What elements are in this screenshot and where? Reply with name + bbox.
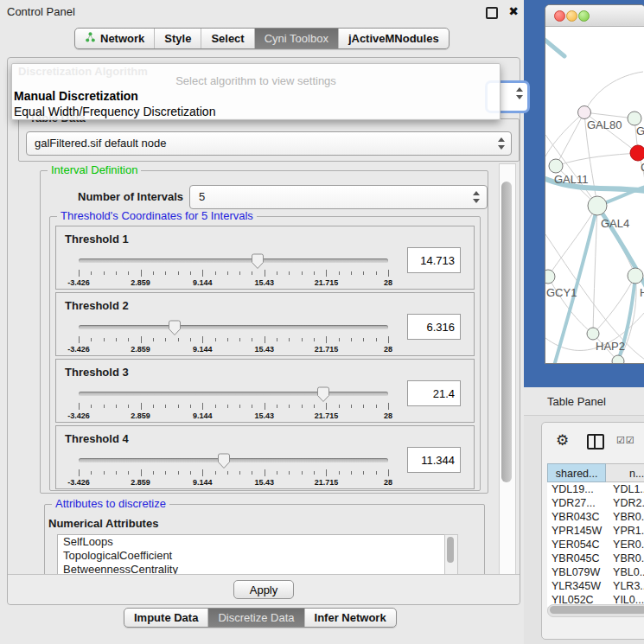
- table-row[interactable]: YER054CYER0...: [547, 538, 644, 552]
- slider-track[interactable]: [79, 258, 388, 263]
- mac-minimize-button[interactable]: [566, 10, 577, 22]
- network-node[interactable]: [612, 355, 624, 363]
- threshold-value-field[interactable]: [407, 447, 461, 473]
- slider-tick-labels: -3.4262.8599.14415.4321.71528: [79, 345, 388, 355]
- network-view-window[interactable]: GAL80GACGAL11GAL4GCY1HHAP2: [545, 4, 644, 364]
- interval-definition-title: Interval Definition: [48, 163, 141, 176]
- attribute-item-betweennesscentrality[interactable]: BetweennessCentrality: [58, 563, 445, 575]
- slider-track[interactable]: [79, 392, 388, 396]
- attribute-item-topologicalcoefficient[interactable]: TopologicalCoefficient: [58, 549, 445, 563]
- table-data-combobox[interactable]: galFiltered.sif default node: [26, 131, 512, 156]
- slider-thumb[interactable]: [168, 320, 182, 336]
- slider-thumb[interactable]: [251, 253, 265, 270]
- table-row[interactable]: YBR043CYBR0...: [547, 510, 644, 524]
- slider-thumb[interactable]: [217, 453, 231, 469]
- tab-style[interactable]: Style: [155, 29, 201, 48]
- slider-track[interactable]: [79, 458, 388, 462]
- network-node-gal11[interactable]: [549, 159, 563, 173]
- node-label: GA: [636, 124, 644, 137]
- mac-close-button[interactable]: [554, 10, 565, 22]
- tick-label: 9.144: [193, 345, 213, 354]
- select-checkboxes-icon[interactable]: ☑☑: [616, 435, 635, 446]
- scrollbar-thumb[interactable]: [501, 182, 512, 482]
- mac-zoom-button[interactable]: [578, 10, 590, 22]
- table-row[interactable]: YBL079WYBL0...: [547, 565, 644, 579]
- tab-cyni-toolbox[interactable]: Cyni Toolbox: [255, 29, 339, 48]
- table-cell: YDL1...: [606, 482, 644, 496]
- gear-icon[interactable]: ⚙: [556, 431, 569, 449]
- network-node-gal4[interactable]: [588, 196, 607, 215]
- threshold-slider[interactable]: -3.4262.8599.14415.4321.71528: [79, 319, 388, 354]
- attributes-list-scrollbar[interactable]: [444, 534, 458, 575]
- apply-button[interactable]: Apply: [233, 580, 294, 599]
- table-row[interactable]: YPR145WYPR1...: [547, 524, 644, 538]
- threshold-value-field[interactable]: [407, 247, 461, 273]
- tab-select[interactable]: Select: [201, 29, 254, 48]
- tab-jactivemnodules[interactable]: jActiveMNodules: [339, 29, 449, 48]
- network-edge[interactable]: [545, 112, 584, 156]
- network-node-h[interactable]: [628, 268, 643, 284]
- network-edge-highlighted[interactable]: [545, 39, 564, 56]
- tab-discretize-data[interactable]: Discretize Data: [208, 609, 304, 627]
- network-canvas[interactable]: GAL80GACGAL11GAL4GCY1HHAP2: [545, 27, 644, 363]
- threshold-slider[interactable]: -3.4262.8599.14415.4321.71528: [79, 386, 388, 420]
- column-header-1[interactable]: shared...: [547, 463, 606, 482]
- table-data-value: galFiltered.sif default node: [35, 137, 166, 150]
- tab-impute-data[interactable]: Impute Data: [124, 609, 208, 627]
- threshold-slider[interactable]: -3.4262.8599.14415.4321.71528: [79, 252, 388, 287]
- threshold-panel: Threshold 1 -3.4262.8599.14415.4321.7152…: [55, 226, 475, 290]
- threshold-panel: Threshold 3 -3.4262.8599.14415.4321.7152…: [55, 359, 475, 423]
- network-edge[interactable]: [584, 72, 643, 112]
- network-edge[interactable]: [556, 112, 584, 166]
- network-node-gcy1[interactable]: [545, 270, 555, 284]
- table-row[interactable]: YBR045CYBR0...: [547, 552, 644, 565]
- network-edge[interactable]: [584, 112, 634, 118]
- algorithm-dropdown-popup: Select algorithm to view settings Manual…: [11, 63, 501, 120]
- settings-scroll-area: Interval Definition Number of Intervals …: [13, 163, 516, 575]
- tab-label: Discretize Data: [218, 611, 294, 624]
- table-row[interactable]: YDR27...YDR2...: [547, 496, 644, 510]
- tab-label: Select: [211, 32, 244, 45]
- attribute-item-selfloops[interactable]: SelfLoops: [58, 535, 445, 549]
- number-of-intervals-spinner[interactable]: 5: [189, 185, 488, 209]
- tick-label: 9.144: [193, 411, 213, 420]
- table-panel: Table Panel ⚙ ☑☑ shared...n... YDL19...Y…: [524, 387, 644, 644]
- settings-vertical-scrollbar[interactable]: [499, 163, 516, 575]
- cyni-toolbox-content: Discretization Algorithm Select algorith…: [7, 57, 520, 605]
- float-panel-icon[interactable]: [486, 7, 498, 19]
- tab-network[interactable]: Network: [75, 29, 155, 48]
- tab-infer-network[interactable]: Infer Network: [305, 609, 396, 627]
- table-horizontal-scrollbar[interactable]: [547, 604, 644, 617]
- algorithm-options-list: Manual DiscretizationEqual Width/Frequen…: [12, 88, 500, 119]
- slider-thumb[interactable]: [316, 386, 330, 403]
- columns-icon[interactable]: [587, 434, 604, 450]
- slider-track[interactable]: [79, 325, 388, 329]
- threshold-slider[interactable]: -3.4262.8599.14415.4321.71528: [79, 452, 388, 487]
- tick-label: 21.715: [315, 411, 339, 420]
- table-row[interactable]: YLR345WYLR3...: [547, 579, 644, 593]
- table-cell: YDL19...: [547, 482, 606, 496]
- table-data-group: Table Data galFiltered.sif default node: [18, 118, 520, 162]
- network-node-ga[interactable]: [628, 112, 641, 125]
- thresholds-group-title: Threshold's Coordinates for 5 Intervals: [57, 209, 257, 222]
- network-edge[interactable]: [556, 153, 638, 166]
- number-of-intervals-label: Number of Intervals: [78, 190, 183, 203]
- algorithm-option-manual-discretization[interactable]: Manual Discretization: [12, 88, 500, 104]
- network-node-gal80[interactable]: [578, 106, 591, 119]
- threshold-value-field[interactable]: [407, 314, 461, 340]
- hscrollbar-thumb[interactable]: [550, 606, 644, 614]
- table-cell: YBL0...: [606, 565, 644, 579]
- network-node-hap2[interactable]: [587, 328, 599, 340]
- table-cell: YER054C: [547, 538, 606, 552]
- network-node-c[interactable]: [630, 145, 644, 161]
- close-icon[interactable]: ✖: [508, 4, 519, 18]
- thresholds-stack: Threshold 1 -3.4262.8599.14415.4321.7152…: [55, 226, 475, 492]
- numerical-attributes-list[interactable]: SelfLoopsTopologicalCoefficientBetweenne…: [57, 534, 446, 575]
- slider-tick-labels: -3.4262.8599.14415.4321.71528: [79, 278, 388, 289]
- threshold-value-field[interactable]: [407, 380, 461, 406]
- column-header-2[interactable]: n...: [606, 463, 644, 482]
- thresholds-group: Threshold's Coordinates for 5 Intervals …: [49, 216, 481, 491]
- table-row[interactable]: YDL19...YDL1...: [547, 482, 644, 496]
- tick-label: 28: [384, 278, 392, 287]
- algorithm-option-equal-width-frequency-discretization[interactable]: Equal Width/Frequency Discretization: [12, 104, 500, 119]
